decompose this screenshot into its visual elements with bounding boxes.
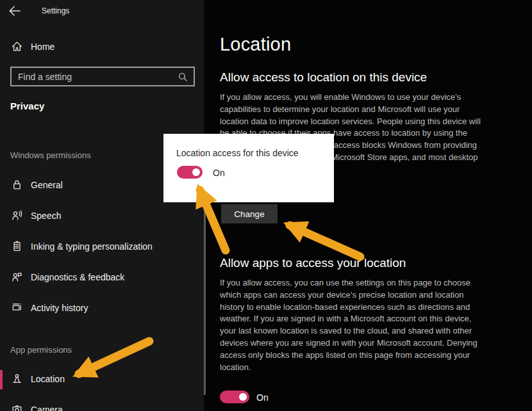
titlebar: Settings [0,0,204,23]
arrow-to-change-button [290,225,360,257]
speech-icon [12,210,22,221]
sidebar-item-inking[interactable]: Inking & typing personalization [0,240,204,263]
sidebar-section-title: Privacy [10,101,44,111]
toggle-knob [239,393,247,401]
apps-access-description: If you allow access, you can use the set… [220,277,521,373]
sidebar-item-label: Inking & typing personalization [31,241,153,252]
apps-location-toggle-state: On [256,392,269,403]
page-title: Location [220,34,291,55]
section-heading-apps-access: Allow apps to access your location [220,256,406,270]
section-heading-device-access: Allow access to location on this device [220,70,427,85]
back-button[interactable] [8,4,21,17]
sidebar-item-label: Speech [31,211,61,221]
device-location-toggle[interactable] [177,166,203,179]
sidebar-item-label: Camera [31,405,63,411]
lock-icon [12,179,22,190]
home-icon [12,41,22,52]
location-access-popup: Location access for this device On [163,134,334,202]
group-header-app-permissions: App permissions [10,345,72,355]
diagnostics-icon [12,271,22,282]
pane-scrollbar[interactable] [204,202,206,395]
settings-window: Settings Home Privacy Windows permission… [0,0,532,411]
window-title: Settings [42,6,69,15]
sidebar-item-activity-history[interactable]: Activity history [0,302,204,325]
sidebar-item-diagnostics[interactable]: Diagnostics & feedback [0,271,204,294]
inking-icon [12,241,22,252]
location-pin-icon [12,373,22,384]
sidebar-item-label: General [31,180,63,190]
sidebar-item-camera[interactable]: Camera [0,403,204,411]
sidebar-item-location[interactable]: Location [0,373,204,396]
device-location-toggle-state: On [213,168,225,178]
popup-title: Location access for this device [176,148,299,158]
group-header-windows-permissions: Windows permissions [10,150,91,160]
search-box [10,67,195,86]
toggle-knob [192,168,200,176]
search-icon[interactable] [178,72,188,82]
sidebar-item-speech[interactable]: Speech [0,209,204,232]
sidebar-item-label: Location [31,374,65,384]
sidebar-item-label: Diagnostics & feedback [31,272,124,282]
sidebar-item-home[interactable]: Home [0,40,204,63]
camera-icon [12,404,22,411]
apps-location-toggle[interactable] [220,391,249,403]
search-input[interactable] [12,72,178,82]
activity-history-icon [12,302,22,313]
sidebar-item-label: Activity history [31,303,88,313]
change-button[interactable]: Change [221,204,278,223]
sidebar-item-label: Home [31,42,54,52]
sidebar: Settings Home Privacy Windows permission… [0,0,204,411]
